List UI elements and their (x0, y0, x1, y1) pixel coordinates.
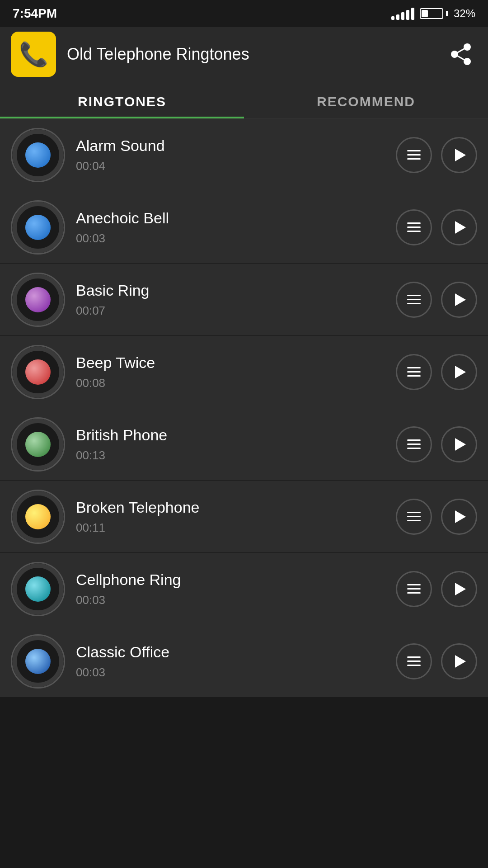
play-button-4[interactable] (441, 354, 477, 390)
menu-icon-6 (407, 512, 421, 521)
ringtone-controls-8 (396, 643, 477, 679)
ringtone-controls-7 (396, 571, 477, 607)
play-icon-2 (455, 221, 466, 234)
play-button-1[interactable] (441, 137, 477, 173)
play-icon-4 (455, 366, 466, 378)
status-time: 7:54PM (13, 6, 57, 21)
status-bar: 7:54PM 32% (0, 0, 488, 27)
menu-icon-4 (407, 367, 421, 377)
play-icon-3 (455, 293, 466, 306)
ringtone-info-3: Basic Ring 00:07 (76, 282, 396, 318)
signal-icon (391, 7, 414, 20)
ringtone-name-8: Classic Office (76, 643, 396, 661)
share-button[interactable] (445, 38, 477, 71)
ringtone-name-4: Beep Twice (76, 354, 396, 372)
ringtone-controls-6 (396, 499, 477, 535)
ringtone-duration-4: 00:08 (76, 376, 396, 390)
play-button-8[interactable] (441, 643, 477, 679)
list-item: Classic Office 00:03 (0, 625, 488, 698)
menu-button-5[interactable] (396, 426, 432, 462)
menu-icon-5 (407, 439, 421, 449)
status-icons: 32% (391, 7, 475, 20)
app-title: Old Telephone Ringtones (67, 45, 445, 64)
dial-icon-5 (11, 417, 65, 472)
ringtone-name-3: Basic Ring (76, 282, 396, 299)
ringtone-duration-2: 00:03 (76, 231, 396, 245)
menu-button-1[interactable] (396, 137, 432, 173)
menu-icon-1 (407, 150, 421, 160)
app-icon: 📞 (11, 32, 56, 77)
menu-button-4[interactable] (396, 354, 432, 390)
play-icon-1 (455, 149, 466, 161)
ringtone-controls-1 (396, 137, 477, 173)
ringtone-controls-3 (396, 282, 477, 318)
ringtone-list: Alarm Sound 00:04 Anechoic Bell 00:03 (0, 119, 488, 698)
battery-percent: 32% (454, 7, 475, 20)
menu-icon-2 (407, 222, 421, 232)
list-item: Beep Twice 00:08 (0, 336, 488, 408)
ringtone-name-2: Anechoic Bell (76, 209, 396, 227)
tabs-bar: RINGTONES RECOMMEND (0, 81, 488, 119)
dial-icon-1 (11, 128, 65, 182)
ringtone-name-5: British Phone (76, 426, 396, 444)
dial-icon-3 (11, 273, 65, 327)
menu-button-7[interactable] (396, 571, 432, 607)
dial-icon-4 (11, 345, 65, 399)
list-item: Basic Ring 00:07 (0, 264, 488, 336)
play-button-7[interactable] (441, 571, 477, 607)
ringtone-duration-1: 00:04 (76, 159, 396, 173)
menu-icon-3 (407, 295, 421, 304)
play-icon-7 (455, 583, 466, 595)
ringtone-duration-5: 00:13 (76, 448, 396, 462)
play-button-3[interactable] (441, 282, 477, 318)
play-button-2[interactable] (441, 209, 477, 245)
tab-recommend[interactable]: RECOMMEND (244, 81, 488, 118)
dial-icon-2 (11, 200, 65, 255)
dial-icon-6 (11, 490, 65, 544)
ringtone-name-7: Cellphone Ring (76, 571, 396, 589)
ringtone-info-1: Alarm Sound 00:04 (76, 137, 396, 173)
ringtone-info-2: Anechoic Bell 00:03 (76, 209, 396, 245)
tab-ringtones[interactable]: RINGTONES (0, 81, 244, 118)
menu-button-3[interactable] (396, 282, 432, 318)
play-button-6[interactable] (441, 499, 477, 535)
ringtone-info-6: Broken Telephone 00:11 (76, 499, 396, 535)
ringtone-info-4: Beep Twice 00:08 (76, 354, 396, 390)
ringtone-name-1: Alarm Sound (76, 137, 396, 155)
list-item: Alarm Sound 00:04 (0, 119, 488, 191)
list-item: Cellphone Ring 00:03 (0, 553, 488, 625)
ringtone-info-8: Classic Office 00:03 (76, 643, 396, 679)
ringtone-duration-6: 00:11 (76, 521, 396, 535)
menu-icon-7 (407, 584, 421, 594)
play-button-5[interactable] (441, 426, 477, 462)
list-item: Broken Telephone 00:11 (0, 481, 488, 553)
ringtone-duration-3: 00:07 (76, 304, 396, 318)
svg-line-3 (455, 47, 467, 54)
ringtone-info-5: British Phone 00:13 (76, 426, 396, 462)
play-icon-5 (455, 438, 466, 451)
menu-icon-8 (407, 656, 421, 666)
svg-line-4 (455, 54, 467, 61)
ringtone-controls-5 (396, 426, 477, 462)
ringtone-duration-7: 00:03 (76, 593, 396, 607)
ringtone-name-6: Broken Telephone (76, 499, 396, 516)
list-item: British Phone 00:13 (0, 408, 488, 481)
ringtone-controls-2 (396, 209, 477, 245)
ringtone-duration-8: 00:03 (76, 665, 396, 679)
ringtone-controls-4 (396, 354, 477, 390)
ringtone-info-7: Cellphone Ring 00:03 (76, 571, 396, 607)
share-icon (449, 42, 473, 66)
list-item: Anechoic Bell 00:03 (0, 191, 488, 264)
dial-icon-7 (11, 562, 65, 616)
menu-button-2[interactable] (396, 209, 432, 245)
menu-button-8[interactable] (396, 643, 432, 679)
battery-icon (420, 8, 448, 19)
play-icon-6 (455, 510, 466, 523)
dial-icon-8 (11, 634, 65, 689)
menu-button-6[interactable] (396, 499, 432, 535)
play-icon-8 (455, 655, 466, 668)
app-header: 📞 Old Telephone Ringtones (0, 27, 488, 81)
